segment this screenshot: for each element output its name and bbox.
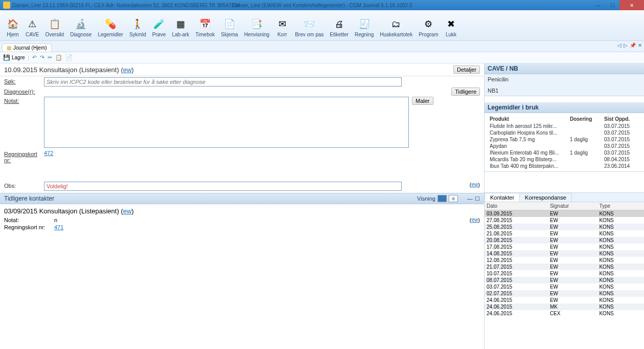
tidligere-button[interactable]: Tidligere xyxy=(451,88,480,96)
tab-kontakter[interactable]: Kontakter xyxy=(485,193,520,202)
col-dato[interactable]: Dato xyxy=(485,202,548,210)
ribbon-etiketter[interactable]: 🖨Etiketter xyxy=(327,11,352,39)
undo-icon[interactable]: ↶ xyxy=(32,54,37,61)
tab-journal[interactable]: ▦ Journal (Hjem) xyxy=(2,43,52,52)
contact-row[interactable]: 03.07.2015EWKONS xyxy=(485,283,644,290)
prev-regn-link[interactable]: 471 xyxy=(54,224,63,230)
signature-link[interactable]: ew xyxy=(123,66,132,74)
regning-link[interactable]: 472 xyxy=(44,150,53,156)
contact-row[interactable]: 24.06.2015EWKONS xyxy=(485,297,644,303)
ribbon-timebok[interactable]: 📅Timebok xyxy=(192,11,218,39)
ribbon-lukk[interactable]: ✖Lukk xyxy=(442,11,461,39)
contacts-grid[interactable]: Dato Signatur Type 03.09.2015EWKONS27.08… xyxy=(485,202,644,349)
prev-regn-label: Regningskort nr: xyxy=(4,224,54,230)
expand-panel-icon[interactable]: ☐ xyxy=(475,195,480,202)
ribbon-diagnose[interactable]: 🔬Diagnose xyxy=(67,11,95,39)
prev-signature[interactable]: ew xyxy=(123,207,132,215)
view-list-button[interactable]: ≡ xyxy=(449,195,458,202)
document-icon: ▦ xyxy=(7,45,11,51)
medication-row[interactable]: Carboplatin Hospira Kons til...03.07.201… xyxy=(488,129,641,136)
nav-right-icon[interactable]: ▷ xyxy=(624,42,628,48)
ribbon-program[interactable]: ⚙Program xyxy=(416,11,441,39)
ribbon-label: Timebok xyxy=(195,32,215,37)
ribbon-brev om pas[interactable]: 📨Brev om pas xyxy=(292,11,327,39)
contact-row[interactable]: 21.07.2015EWKONS xyxy=(485,264,644,270)
ribbon-huskekartotek[interactable]: 🗂Huskekartotek xyxy=(377,11,416,39)
medication-row[interactable]: Zyprexa Tab 7,5 mg1 daglig03.07.2015 xyxy=(488,136,641,143)
copy-icon[interactable]: 📋 xyxy=(55,54,62,61)
contact-row[interactable]: 12.08.2015EWKONS xyxy=(485,257,644,264)
medication-row[interactable]: Micardis Tab 20 mg Blisterp...08.04.2015 xyxy=(488,156,641,163)
edit-toolbar: 💾 Lagre | ↶ ↷ ✂ 📋 📄 xyxy=(0,52,644,63)
paste-icon[interactable]: 📄 xyxy=(65,54,73,61)
search-input[interactable] xyxy=(44,77,402,86)
contact-row[interactable]: 08.07.2015EWKONS xyxy=(485,277,644,283)
home-icon: 🏠 xyxy=(6,17,19,31)
col-sist-oppd: Sist Oppd. xyxy=(602,115,641,123)
pill-icon: 💊 xyxy=(104,17,117,31)
ribbon-hjem[interactable]: 🏠Hjem xyxy=(3,11,22,39)
previous-contacts-bar: Tidligere kontakter Visning ≡ — ☐ xyxy=(0,193,484,204)
ribbon-skjema[interactable]: 📄Skjema xyxy=(218,11,241,39)
medication-row[interactable]: Flutide Inh aerosol 125 mikr...03.07.201… xyxy=(488,123,641,129)
cal-icon: 📅 xyxy=(198,17,212,31)
ribbon-henvisning[interactable]: 📑Henvisning xyxy=(241,11,272,39)
details-button[interactable]: Detaljer xyxy=(453,66,480,74)
tab-strip: ▦ Journal (Hjem) ◁ ▷ 📌 ✕ xyxy=(0,41,644,52)
contact-row[interactable]: 21.08.2015EWKONS xyxy=(485,230,644,237)
prev-entry-title: 03/09/2015 Konsultasjon (Listepasient) xyxy=(4,207,119,215)
ribbon-oversikt[interactable]: 📋Oversikt xyxy=(42,11,67,39)
maximize-button[interactable]: ☐ xyxy=(605,0,619,10)
contact-row[interactable]: 20.08.2015EWKONS xyxy=(485,237,644,244)
contact-row[interactable]: 17.08.2015EWKONS xyxy=(485,244,644,250)
ribbon-korr[interactable]: ✉Korr xyxy=(272,11,292,39)
ribbon-label: Legemidler xyxy=(98,32,123,37)
contact-row[interactable]: 27.08.2015EWKONS xyxy=(485,217,644,224)
maler-button[interactable]: Maler xyxy=(412,97,433,105)
ribbon-label: Korr xyxy=(278,32,287,37)
ribbon-label: Brev om pas xyxy=(295,32,324,37)
contact-row[interactable]: 02.07.2015EWKONS xyxy=(485,290,644,297)
tab-label: Journal (Hjem) xyxy=(13,45,47,51)
medication-row[interactable]: INexium Enterotab 40 mg Bli...1 daglig03… xyxy=(488,149,641,156)
contact-row[interactable]: 25.08.2015EWKONS xyxy=(485,224,644,230)
close-button[interactable]: ✕ xyxy=(619,0,644,10)
tube-icon: 🧪 xyxy=(152,17,166,31)
ribbon-lab-ark[interactable]: ▦Lab-ark xyxy=(169,11,192,39)
minimize-button[interactable]: — xyxy=(591,0,605,10)
contact-row[interactable]: 14.08.2015EWKONS xyxy=(485,250,644,257)
col-dosering: Dosering xyxy=(568,115,602,123)
obs-signature[interactable]: ew xyxy=(472,182,478,187)
col-signatur[interactable]: Signatur xyxy=(548,202,597,210)
save-button[interactable]: 💾 Lagre xyxy=(3,54,25,61)
ref-icon: 📑 xyxy=(250,17,263,31)
patient-info: Danser, Line 13.11.1969-00216 FL: CEX Ad… xyxy=(12,3,240,8)
redo-icon[interactable]: ↷ xyxy=(40,54,44,61)
contact-row[interactable]: 24.06.2015CEXKONS xyxy=(485,310,644,317)
window-title: Danser, Line (EW/EW ved Kortskrivhellege… xyxy=(232,3,412,8)
contact-tabs: Kontakter Korrespondanse xyxy=(485,193,644,202)
ribbon-regning[interactable]: 🧾Regning xyxy=(352,11,377,39)
contact-row[interactable]: 24.06.2015MKKONS xyxy=(485,303,644,310)
obs-input[interactable] xyxy=(44,182,402,191)
tab-korrespondanse[interactable]: Korrespondanse xyxy=(519,193,572,202)
minimize-panel-icon[interactable]: — xyxy=(467,195,473,202)
warn-icon: ⚠ xyxy=(26,17,39,31)
ribbon-legemidler[interactable]: 💊Legemidler xyxy=(95,11,126,39)
nav-left-icon[interactable]: ◁ xyxy=(617,42,622,48)
medication-row[interactable]: Apydan03.07.2015 xyxy=(488,143,641,149)
contact-row[interactable]: 03.09.2015EWKONS xyxy=(485,210,644,217)
view-card-button[interactable] xyxy=(438,195,447,202)
prev-notat-sig[interactable]: ew xyxy=(472,217,478,223)
notat-textarea[interactable] xyxy=(44,97,409,148)
previous-entry: 03/09/2015 Konsultasjon (Listepasient) (… xyxy=(0,204,484,233)
ribbon-cave[interactable]: ⚠CAVE xyxy=(22,11,42,39)
col-type[interactable]: Type xyxy=(597,202,637,210)
pin-icon[interactable]: 📌 xyxy=(630,42,636,48)
cut-icon[interactable]: ✂ xyxy=(48,54,52,61)
ribbon-sykmld[interactable]: 🚶Sykmld xyxy=(126,11,149,39)
medication-row[interactable]: Ibux Tab 400 mg Blisterpakn...23.06.2014 xyxy=(488,163,641,169)
ribbon-prøve[interactable]: 🧪Prøve xyxy=(149,11,169,39)
tab-close-icon[interactable]: ✕ xyxy=(638,42,642,48)
contact-row[interactable]: 10.07.2015EWKONS xyxy=(485,270,644,277)
